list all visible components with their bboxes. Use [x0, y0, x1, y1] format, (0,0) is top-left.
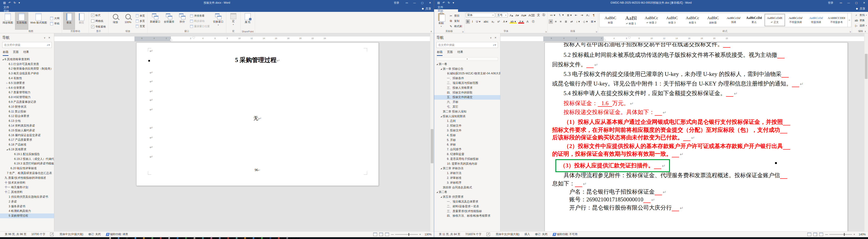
style-gallery-item[interactable]: AaBbC 标题 3 — [662, 14, 682, 26]
zoom-track[interactable] — [395, 234, 418, 235]
nav-tree-item[interactable]: 9. 是否采用电子招标投标 — [434, 157, 500, 161]
document-canvas[interactable]: 64224681012141618202224 5 采购管理过程↵ ↵↵↵↵↵↵… — [54, 33, 434, 231]
paragraph-align-icon[interactable]: ≣ — [563, 20, 568, 24]
style-gallery-item[interactable]: AaBbC 标题 — [600, 14, 621, 26]
paragraph-align-icon[interactable]: ⊞ ▾ — [590, 20, 597, 24]
checkbox-icon[interactable]: ✓ — [91, 14, 94, 17]
share-button[interactable]: ☻ 共享 — [856, 5, 865, 12]
status-item[interactable]: 第 11 页, 共 84 页 — [436, 232, 463, 236]
font-format-icon[interactable]: I — [471, 20, 474, 24]
paragraph-align-icon[interactable]: ⇌ — [569, 20, 574, 24]
nav-tree-item[interactable]: 6.10 财务状况 — [0, 104, 54, 109]
nav-tree-item[interactable]: 6.13 分包 — [0, 119, 54, 123]
nav-tree-item[interactable]: 5. 开标 — [434, 138, 500, 143]
zoom-slider[interactable]: — + — [391, 233, 421, 236]
nav-tree-item[interactable]: 6.20 响应性评审标准 — [0, 166, 54, 171]
nav-tree-item[interactable]: 7 生产、检测及研发设备信息汇总表 — [0, 171, 54, 176]
paragraph-tool-icon[interactable]: ⒈ ▾ — [557, 12, 565, 18]
style-gallery-item[interactable]: AABBCCDDI 不明显参考 — [827, 14, 846, 26]
nav-search-input[interactable]: 在文档中搜索 ⌕ ▾ — [2, 42, 52, 48]
minimize-button[interactable]: — — [845, 0, 852, 5]
redo-icon[interactable]: ↻ — [13, 1, 16, 4]
horizontal-ruler[interactable]: 642246810121416182022 — [500, 36, 864, 41]
status-item[interactable]: 修订: 关闭 — [532, 232, 550, 236]
nav-tree-item[interactable]: ◢ 6.19 其他要求 — [0, 147, 54, 152]
nav-tree-item[interactable]: ◢ 第三章 评标办法 — [434, 166, 500, 171]
nav-tree-item[interactable]: 第四章 合同条款及格式 — [434, 185, 500, 190]
font-tool-icon[interactable]: Ⓐ — [541, 12, 546, 18]
nav-tree-item[interactable]: 4 检测机构及能力 — [0, 209, 54, 214]
nav-tree-item[interactable]: 7. 合同授予 — [434, 147, 500, 152]
nav-tree-item[interactable]: 长城钻探2025-WZJC-物资主材-04 A06大类物资 — [434, 71, 500, 76]
nav-tree-item[interactable]: ◢ 第一章 招标公告 — [434, 67, 500, 71]
font-format-icon[interactable]: U ▾ — [475, 20, 482, 24]
zoom-thumb[interactable] — [844, 233, 845, 236]
expand-toggle-icon[interactable]: ◢ — [440, 168, 443, 170]
nav-tree-item[interactable]: 六、开标 — [434, 100, 500, 104]
style-gallery-item[interactable]: AaBbC 副标题 — [703, 14, 723, 26]
taskbar-app-icon[interactable]: #5ecc62 — [152, 237, 153, 239]
scrollbar-thumb[interactable] — [431, 129, 433, 163]
nav-tree-item[interactable]: ◢ 投标人须知前附表 — [434, 114, 500, 119]
font-format-icon[interactable]: ab ▾ — [509, 20, 517, 24]
nav-tree-item[interactable]: 四、招标文件的获取 — [434, 90, 500, 95]
paragraph-align-icon[interactable]: ≡ — [549, 20, 553, 24]
show-checkbox-row[interactable]: ✓导航窗格 — [90, 24, 107, 29]
paragraph-align-icon[interactable]: ◇ ▾ — [582, 20, 589, 24]
editing-button[interactable]: ▷选择▾ — [853, 23, 868, 28]
expand-toggle-icon[interactable]: ◢ — [1, 58, 5, 60]
first-line-indent-marker[interactable] — [192, 37, 195, 39]
nav-tree-item[interactable]: 1 供应商供货及应急响应承诺书 — [0, 195, 54, 199]
nav-tree-item[interactable]: 6. 评标 — [434, 143, 500, 147]
nav-tab[interactable]: 结果 — [23, 50, 29, 56]
status-item[interactable]: ✗ — [48, 233, 57, 236]
taskbar-app-icon[interactable]: #e9b54a — [143, 237, 145, 239]
nav-tree-item[interactable]: 3. 评标程序 — [434, 180, 500, 185]
nav-search-input[interactable]: 在文档中搜索 ⌕ ▾ — [436, 42, 498, 48]
paragraph-tool-icon[interactable]: ⇤ — [574, 13, 579, 17]
status-item[interactable]: 简体中文(中国大陆) — [57, 232, 86, 236]
minimize-button[interactable]: — — [411, 0, 418, 5]
collapse-ribbon-icon[interactable]: ∧ — [431, 30, 432, 33]
status-item[interactable]: 7/18374 个字 — [463, 232, 484, 236]
ribbon-tab[interactable]: 文件 — [434, 5, 458, 9]
font-size-combobox[interactable]: 五号▾ — [496, 13, 508, 17]
zoom-slider[interactable]: — + — [825, 233, 855, 236]
font-tool-icon[interactable]: 文 — [536, 12, 541, 18]
taskbar-app-icon[interactable]: #8ab3d9 — [219, 237, 221, 239]
nav-tab[interactable]: 结果 — [457, 50, 463, 56]
taskbar-app-icon[interactable]: #888f96 — [286, 237, 288, 239]
status-item[interactable]: 第 96 页, 共 96 页 — [2, 232, 29, 236]
nav-tree-item[interactable]: 6.18 产品标准 — [0, 142, 54, 147]
web-layout-icon[interactable] — [819, 233, 823, 236]
nav-tree-item[interactable]: 5 采购管理过程 — [0, 213, 54, 218]
save-icon[interactable]: ▤ — [3, 1, 6, 4]
nav-tree-item[interactable]: 6.8 HSE管理能力 — [0, 95, 54, 100]
scrollbar-thumb[interactable] — [865, 54, 868, 79]
font-tool-icon[interactable]: A▾ — [514, 12, 520, 18]
font-tool-icon[interactable]: A⌫ — [527, 12, 536, 18]
page-movement-button[interactable]: 垂直 — [63, 12, 75, 30]
nav-tree-item[interactable]: 一、招标条件 — [434, 76, 500, 81]
font-format-icon[interactable]: A — [525, 20, 530, 24]
view-mode-button[interactable]: 阅读视图 — [1, 12, 14, 30]
close-button[interactable]: ✕ — [426, 0, 434, 5]
taskbar-app-icon[interactable]: #3a3f45 — [126, 237, 128, 239]
nav-tree-item[interactable]: 8. 纪律和监督 — [434, 152, 500, 157]
font-format-icon[interactable]: abc — [483, 20, 490, 24]
document-page[interactable]: 投标人可在中国石油电子招投标交易平台中在线递交投标文件。5.2 投标截止时间前未… — [545, 42, 848, 231]
nav-collapse-icon[interactable]: ∨ — [42, 36, 47, 39]
nav-tree-item[interactable]: 3. 投标文件 — [434, 128, 500, 133]
status-item[interactable]: 简体中文(中国大陆) — [493, 232, 522, 236]
vertical-scrollbar[interactable] — [864, 33, 868, 231]
nav-tree-item[interactable]: 6.17 产品质量要求 — [0, 138, 54, 143]
window-button[interactable]: 全部重排 — [162, 12, 176, 30]
search-chevron-icon[interactable]: ▾ — [49, 43, 50, 47]
nav-tree-item[interactable]: 6.9 产品质量事故记录 — [0, 100, 54, 104]
style-gallery-more-icon[interactable]: ≂ — [848, 13, 851, 27]
page-movement-button[interactable]: 翻页 — [76, 12, 88, 30]
paragraph-tool-icon[interactable]: ≔ ▾ — [549, 13, 556, 17]
nav-tree-item[interactable]: ▷ 6.5 法律要求 — [0, 81, 54, 86]
document-canvas[interactable]: 642246810121416182022 投标人可在中国石油电子招投标交易平台… — [500, 33, 868, 231]
nav-tree-item[interactable]: 6.19.3 送货打码贴码承诺书模板 — [0, 161, 54, 166]
